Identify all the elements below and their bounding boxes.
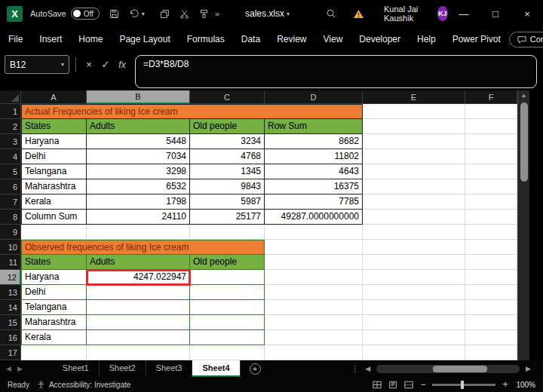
cell-D11[interactable] xyxy=(265,255,363,270)
normal-view-icon[interactable] xyxy=(373,381,382,389)
menu-tab-page-layout[interactable]: Page Layout xyxy=(111,28,178,51)
cell-D14[interactable] xyxy=(265,300,363,315)
row-header-5[interactable]: 5 xyxy=(0,164,21,179)
cell-F4[interactable] xyxy=(465,149,517,164)
restore-button[interactable]: □ xyxy=(480,0,511,27)
row-header-4[interactable]: 4 xyxy=(0,149,21,164)
cell-B6[interactable]: 6532 xyxy=(87,179,190,194)
user-name[interactable]: Kunal Jai Kaushik xyxy=(384,5,431,23)
select-all-corner[interactable] xyxy=(0,90,21,104)
cell-F12[interactable] xyxy=(465,270,517,285)
cell-D8[interactable]: 49287.0000000000 xyxy=(265,210,363,225)
cell-B5[interactable]: 3298 xyxy=(87,164,190,179)
cell-C8[interactable]: 25177 xyxy=(190,210,265,225)
save-icon[interactable] xyxy=(109,9,119,19)
cell-A14[interactable]: Telangana xyxy=(21,300,87,315)
cell-F7[interactable] xyxy=(465,194,517,210)
cell-D3[interactable]: 8682 xyxy=(265,134,363,149)
cell-A1[interactable]: Actual Frequencies of liking Ice cream xyxy=(21,104,363,119)
cell-F13[interactable] xyxy=(465,285,517,300)
sheet-tab-sheet4[interactable]: Sheet4 xyxy=(192,360,240,377)
cell-D9[interactable] xyxy=(265,225,363,240)
cell-A3[interactable]: Haryana xyxy=(21,134,87,149)
cell-C17[interactable] xyxy=(190,345,265,360)
cell-E2[interactable] xyxy=(363,119,465,134)
cell-A8[interactable]: Column Sum xyxy=(21,210,87,225)
cell-E14[interactable] xyxy=(363,300,465,315)
close-button[interactable]: × xyxy=(511,0,543,27)
cell-F10[interactable] xyxy=(465,240,517,255)
cell-F16[interactable] xyxy=(465,330,517,345)
scroll-left-icon[interactable]: ◀ xyxy=(365,365,370,372)
vertical-scroll-thumb[interactable] xyxy=(520,103,528,182)
cell-A11[interactable]: States xyxy=(21,255,87,270)
accessibility-status[interactable]: Accessibility: Investigate xyxy=(37,381,130,389)
cell-F3[interactable] xyxy=(465,134,517,149)
cell-F8[interactable] xyxy=(465,210,517,225)
format-painter-icon[interactable] xyxy=(199,9,209,19)
cell-A9[interactable] xyxy=(21,225,87,240)
cell-D6[interactable]: 16375 xyxy=(265,179,363,194)
cell-B17[interactable] xyxy=(87,345,190,360)
zoom-slider[interactable] xyxy=(432,384,495,386)
column-header-B[interactable]: B xyxy=(87,90,190,104)
horizontal-scroll-thumb[interactable] xyxy=(433,366,487,372)
cell-D17[interactable] xyxy=(265,345,363,360)
cell-C9[interactable] xyxy=(190,225,265,240)
menu-tab-home[interactable]: Home xyxy=(70,28,111,51)
tab-options-icon[interactable]: ⋮ xyxy=(351,364,359,374)
row-header-16[interactable]: 16 xyxy=(0,330,21,345)
cell-E15[interactable] xyxy=(363,315,465,330)
cell-A6[interactable]: Maharashtra xyxy=(21,179,87,194)
cell-F2[interactable] xyxy=(465,119,517,134)
menu-tab-insert[interactable]: Insert xyxy=(31,28,70,51)
row-header-12[interactable]: 12 xyxy=(0,270,21,285)
sheet-tab-sheet1[interactable]: Sheet1 xyxy=(53,360,100,377)
sheet-tab-sheet3[interactable]: Sheet3 xyxy=(146,360,193,377)
cell-E11[interactable] xyxy=(363,255,465,270)
insert-function-button[interactable]: fx xyxy=(114,55,130,74)
cell-A16[interactable]: Kerala xyxy=(21,330,87,345)
comments-button[interactable]: Comments xyxy=(509,32,543,47)
cell-E5[interactable] xyxy=(363,164,465,179)
cell-A7[interactable]: Kerala xyxy=(21,194,87,210)
cell-B15[interactable] xyxy=(87,315,190,330)
menu-tab-data[interactable]: Data xyxy=(233,28,268,51)
cell-D4[interactable]: 11802 xyxy=(265,149,363,164)
column-header-E[interactable]: E xyxy=(363,90,465,104)
zoom-in-button[interactable]: + xyxy=(502,379,508,390)
cell-A10[interactable]: Observed frequencies of liking Ice cream xyxy=(21,240,265,255)
next-sheet-icon[interactable]: ▶ xyxy=(17,365,23,372)
cell-B16[interactable] xyxy=(87,330,190,345)
undo-dropdown-icon[interactable]: ▾ xyxy=(142,11,145,17)
cell-B8[interactable]: 24110 xyxy=(87,210,190,225)
cell-B13[interactable] xyxy=(87,285,190,300)
zoom-level[interactable]: 100% xyxy=(516,381,535,389)
cell-E10[interactable] xyxy=(363,240,465,255)
row-header-7[interactable]: 7 xyxy=(0,194,21,210)
row-header-17[interactable]: 17 xyxy=(0,345,21,360)
cell-D12[interactable] xyxy=(265,270,363,285)
cell-B7[interactable]: 1798 xyxy=(87,194,190,210)
cell-A5[interactable]: Telangana xyxy=(21,164,87,179)
row-header-9[interactable]: 9 xyxy=(0,225,21,240)
column-header-F[interactable]: F xyxy=(465,90,517,104)
cell-A15[interactable]: Maharashtra xyxy=(21,315,87,330)
horizontal-scrollbar[interactable] xyxy=(376,365,520,373)
zoom-out-button[interactable]: − xyxy=(420,379,425,390)
row-header-15[interactable]: 15 xyxy=(0,315,21,330)
cell-C3[interactable]: 3234 xyxy=(190,134,265,149)
cell-B9[interactable] xyxy=(87,225,190,240)
copy-icon[interactable] xyxy=(160,9,170,19)
scroll-right-icon[interactable]: ▶ xyxy=(526,365,531,372)
name-box[interactable]: B12 ▾ xyxy=(5,55,69,74)
row-header-14[interactable]: 14 xyxy=(0,300,21,315)
cell-B14[interactable] xyxy=(87,300,190,315)
prev-sheet-icon[interactable]: ◀ xyxy=(6,365,11,372)
cell-A17[interactable] xyxy=(21,345,87,360)
minimize-button[interactable]: — xyxy=(448,0,480,27)
avatar[interactable]: KJ xyxy=(437,6,448,21)
cell-E9[interactable] xyxy=(363,225,465,240)
cell-A13[interactable]: Delhi xyxy=(21,285,87,300)
cell-E6[interactable] xyxy=(363,179,465,194)
